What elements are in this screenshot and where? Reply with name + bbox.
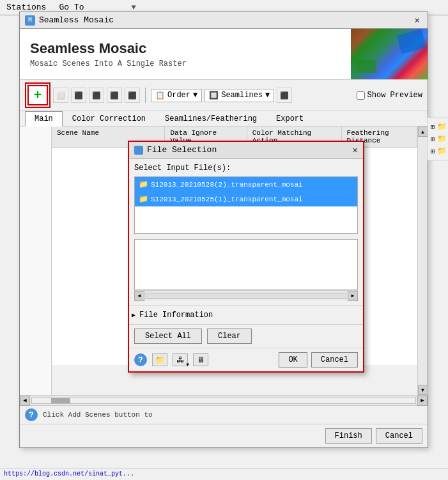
select-all-button[interactable]: Select All (134, 329, 202, 344)
header-area: Seamless Mosaic Mosaic Scenes Into A Sin… (20, 29, 428, 80)
toolbar-separator-1 (145, 88, 146, 103)
file-sel-icon (134, 146, 143, 155)
cancel-button[interactable]: Cancel (376, 428, 422, 444)
expand-arrow-icon: ▶ (132, 311, 135, 319)
add-scenes-button[interactable]: + (27, 85, 48, 105)
tab-seamlines-feathering[interactable]: Seamlines/Feathering (155, 111, 266, 126)
page-title: Seamless Mosaic (30, 40, 341, 57)
toolbar-btn-5[interactable]: ⬛ (125, 88, 140, 103)
file-sel-label: Select Input File(s): (134, 164, 358, 173)
app-window: Stations Go To ▼ M Seamless Mosaic ✕ Sea… (0, 0, 448, 480)
toolbar-btn-1[interactable]: ⬜ (53, 88, 68, 103)
header-satellite-image (351, 29, 428, 79)
toolbar-btn-2[interactable]: ⬛ (71, 88, 86, 103)
url-bar: https://blog.csdn.net/sinat_pyt... (0, 468, 448, 480)
toolbar-btn-3[interactable]: ⬛ (89, 88, 104, 103)
file-sel-help-button[interactable]: ? (134, 353, 147, 366)
hscroll-left[interactable]: ◀ (134, 291, 144, 301)
hscroll-right[interactable]: ▶ (348, 291, 358, 301)
ok-cancel-area: OK Cancel (279, 352, 358, 368)
file-info-label: File Information (139, 311, 213, 320)
file-sel-btn-row: Select All Clear (129, 324, 363, 348)
show-preview-area: Show Preview (357, 91, 422, 100)
left-panel (20, 127, 52, 395)
file-hscroll: ◀ ▶ (134, 290, 358, 300)
status-bar: ? Click Add Scenes button to (20, 405, 428, 424)
file-info-header[interactable]: ▶ File Information (129, 309, 363, 321)
network-dropdown-arrow[interactable]: ▼ (186, 362, 189, 368)
status-text: Click Add Scenes button to (43, 411, 153, 419)
tab-bar: Main Color Correction Seamlines/Featheri… (20, 111, 428, 127)
horizontal-scrollbar: ◀ ▶ (20, 395, 428, 405)
file-sel-titlebar: File Selection ✕ (129, 142, 363, 159)
file-sel-body: Select Input File(s): 📁 S12013_20210528(… (129, 159, 363, 306)
file-info-section: ▶ File Information (129, 306, 363, 324)
scroll-down-button[interactable]: ▼ (418, 385, 428, 395)
file-path-area (134, 239, 358, 290)
order-dropdown[interactable]: 📋 Order ▼ (151, 89, 202, 102)
show-preview-checkbox[interactable] (357, 91, 365, 100)
file-list-item-2[interactable]: 📁 S12013_20210525(1)_transparent_mosai (135, 192, 357, 206)
seamless-dialog-titlebar: M Seamless Mosaic ✕ (20, 12, 428, 29)
ok-button[interactable]: OK (279, 352, 307, 368)
finish-button[interactable]: Finish (325, 428, 372, 444)
clear-button[interactable]: Clear (207, 329, 252, 344)
seamless-dialog-title: Seamless Mosaic (39, 15, 114, 25)
file-list-item-1[interactable]: 📁 S12013_20210528(2)_transparent_mosai (135, 177, 357, 192)
file-folder-icon-2: 📁 (139, 194, 148, 204)
file-sel-title: File Selection (147, 145, 217, 155)
page-subtitle: Mosaic Scenes Into A Single Raster (30, 59, 341, 68)
file-tree-item-tre[interactable]: ⊞ 📁 Tre (431, 121, 448, 133)
file-sel-close-button[interactable]: ✕ (353, 144, 358, 155)
hscroll-track (146, 293, 346, 299)
show-preview-label: Show Preview (367, 91, 422, 100)
scroll-up-button[interactable]: ▲ (418, 127, 428, 137)
toolbar-btn-4[interactable]: ⬛ (107, 88, 122, 103)
right-scrollbar: ▲ ▼ (417, 127, 428, 395)
file-folder-icon-1: 📁 (139, 180, 148, 189)
file-selection-dialog: File Selection ✕ Select Input File(s): 📁… (128, 141, 364, 373)
seamlines-dropdown[interactable]: 🔲 Seamlines ▼ (205, 89, 274, 102)
file-name-2: S12013_20210525(1)_transparent_mosai (151, 196, 303, 203)
tab-main[interactable]: Main (25, 111, 63, 127)
seamless-dialog-icon: M (25, 15, 35, 26)
action-buttons: Finish Cancel (20, 424, 428, 447)
file-name-1: S12013_20210528(2)_transparent_mosai (151, 181, 303, 189)
tab-color-correction[interactable]: Color Correction (63, 111, 155, 126)
file-sel-bottom-bar: ? 📁 🖧 ▼ 🖥 OK Cancel (129, 348, 363, 371)
tab-export[interactable]: Export (266, 111, 313, 126)
toolbar: + ⬜ ⬛ ⬛ ⬛ ⬛ 📋 Order ▼ 🔲 Seamlines ▼ ⬛ (20, 80, 428, 111)
file-sel-cancel-button[interactable]: Cancel (311, 352, 358, 368)
file-tree-item-vec[interactable]: ⊞ 📁 Vec (431, 133, 448, 145)
h-scroll-left-button[interactable]: ◀ (20, 396, 30, 406)
file-tree-item-ext[interactable]: ⊞ 📁 Ext (431, 145, 448, 157)
h-scroll-track (31, 398, 416, 404)
h-scroll-right-button[interactable]: ▶ (417, 396, 428, 406)
open-folder-button[interactable]: 📁 (152, 353, 167, 366)
remote-button[interactable]: 🖥 (193, 353, 208, 366)
seamless-close-button[interactable]: ✕ (412, 15, 422, 26)
file-list-area[interactable]: 📁 S12013_20210528(2)_transparent_mosai 📁… (134, 176, 358, 234)
h-scroll-thumb[interactable] (51, 398, 70, 403)
toolbar-btn-export[interactable]: ⬛ (277, 88, 292, 103)
help-button[interactable]: ? (25, 408, 38, 421)
